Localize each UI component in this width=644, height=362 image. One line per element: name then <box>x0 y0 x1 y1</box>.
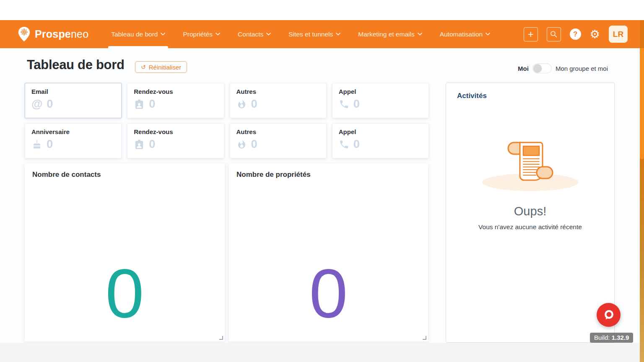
nav-item-proprietes[interactable]: Propriétés <box>183 20 220 48</box>
empty-state-message: Vous n'avez aucune activité récente <box>446 223 614 231</box>
stat-card-value: 0 <box>149 98 155 111</box>
contacts-count-value: 0 <box>106 259 144 328</box>
navbar-actions: + ? ⚙ LR <box>524 26 628 43</box>
stat-card-autres-2[interactable]: Autres 0 <box>230 123 327 158</box>
chat-button[interactable] <box>597 303 621 327</box>
bottom-strip <box>0 343 644 362</box>
stat-card-rendez-vous[interactable]: Rendez-vous 0 <box>127 83 224 118</box>
build-label: Build: <box>594 334 610 341</box>
brand-logo[interactable]: Prospeneo <box>18 26 88 42</box>
stat-card-title: Appel <box>339 88 422 95</box>
scope-toggle-group: Moi Mon groupe et moi <box>518 63 608 73</box>
stat-card-value: 0 <box>353 98 360 111</box>
chevron-down-icon <box>336 33 340 36</box>
stat-card-rendez-vous-2[interactable]: Rendez-vous 0 <box>127 123 224 158</box>
stat-card-value: 0 <box>251 138 257 151</box>
add-button[interactable]: + <box>524 27 538 41</box>
scroll-illustration <box>495 141 566 192</box>
chevron-down-icon <box>266 33 271 36</box>
cake-icon <box>31 139 42 150</box>
properties-count-panel: Nombre de propriétés 0 <box>229 163 428 341</box>
search-icon <box>550 31 557 38</box>
chevron-down-icon <box>161 33 165 36</box>
stat-card-autres[interactable]: Autres 0 <box>230 83 327 118</box>
stat-card-value: 0 <box>149 138 155 151</box>
nav-item-automatisation[interactable]: Automatisation <box>440 20 491 48</box>
question-mark-icon: ? <box>573 30 577 39</box>
help-button[interactable]: ? <box>570 28 581 40</box>
main-nav: Tableau de bord Propriétés Contacts Site… <box>111 20 490 48</box>
nav-item-label: Contacts <box>238 31 263 38</box>
nav-item-label: Propriétés <box>183 31 213 38</box>
user-avatar[interactable]: LR <box>609 26 628 43</box>
app-window: Prospeneo Tableau de bord Propriétés Con… <box>0 0 644 362</box>
empty-state-title: Oups! <box>446 204 614 218</box>
nav-item-label: Marketing et emails <box>358 31 414 38</box>
at-icon: @ <box>31 98 42 110</box>
page-scrollbar[interactable] <box>640 20 644 362</box>
nav-item-tableau-de-bord[interactable]: Tableau de bord <box>111 20 165 48</box>
build-version: 1.32.9 <box>612 334 629 341</box>
stat-card-value: 0 <box>353 138 360 151</box>
nav-item-contacts[interactable]: Contacts <box>238 20 271 48</box>
reset-button[interactable]: ↺ Réinitialiser <box>135 61 187 73</box>
stat-card-title: Autres <box>236 88 320 95</box>
page-title: Tableau de bord <box>27 57 125 72</box>
switch-knob[interactable] <box>533 64 542 72</box>
panel-title: Nombre de contacts <box>25 163 225 186</box>
scroll-document-icon <box>499 141 562 188</box>
chevron-down-icon <box>418 33 422 36</box>
phone-icon <box>339 99 349 109</box>
contacts-count-panel: Nombre de contacts 0 <box>25 163 225 341</box>
activities-empty-state: Oups! Vous n'avez aucune activité récent… <box>446 141 614 231</box>
resize-grip[interactable] <box>423 336 426 340</box>
stat-cards-grid: Email @ 0 Rendez-vous 0 <box>25 83 429 158</box>
plus-icon: + <box>528 29 534 39</box>
stat-card-appel[interactable]: Appel 0 <box>332 83 429 118</box>
stat-card-email[interactable]: Email @ 0 <box>25 83 122 118</box>
gear-icon: ⚙ <box>590 28 600 41</box>
flame-icon <box>236 139 247 150</box>
stat-card-title: Rendez-vous <box>134 128 217 135</box>
stat-card-title: Appel <box>339 128 422 135</box>
dashboard-content: Tableau de bord ↺ Réinitialiser Moi Mon … <box>0 48 644 343</box>
phone-icon <box>339 139 349 150</box>
nav-item-sites-et-tunnels[interactable]: Sites et tunnels <box>288 20 340 48</box>
scope-label-moi: Moi <box>518 65 529 72</box>
flame-icon <box>236 99 247 109</box>
build-badge: Build: 1.32.9 <box>590 333 633 343</box>
stat-card-appel-2[interactable]: Appel 0 <box>332 123 429 158</box>
panel-title: Nombre de propriétés <box>229 163 428 186</box>
stat-card-title: Anniversaire <box>31 128 115 135</box>
stat-card-title: Rendez-vous <box>134 88 217 95</box>
activities-panel: Activités <box>446 83 615 343</box>
top-navbar: Prospeneo Tableau de bord Propriétés Con… <box>0 20 644 48</box>
stat-card-value: 0 <box>47 98 53 111</box>
reset-icon: ↺ <box>141 64 146 70</box>
settings-button[interactable]: ⚙ <box>590 28 600 40</box>
scrollbar-thumb[interactable] <box>640 48 644 159</box>
search-button[interactable] <box>547 27 561 41</box>
stat-card-value: 0 <box>47 138 53 151</box>
nav-item-label: Automatisation <box>440 31 483 38</box>
stat-card-value: 0 <box>251 98 257 111</box>
scope-switch[interactable] <box>532 63 552 73</box>
stat-card-anniversaire[interactable]: Anniversaire 0 <box>25 123 122 158</box>
chat-bubble-icon <box>602 309 615 321</box>
id-badge-icon <box>134 99 145 110</box>
nav-item-marketing-et-emails[interactable]: Marketing et emails <box>358 20 422 48</box>
scope-label-groupe: Mon groupe et moi <box>556 65 608 72</box>
resize-grip[interactable] <box>219 336 223 340</box>
map-pin-gear-icon <box>18 26 31 42</box>
reset-button-label: Réinitialiser <box>149 64 182 71</box>
stat-card-title: Autres <box>236 128 320 135</box>
chevron-down-icon <box>216 33 220 36</box>
nav-item-label: Tableau de bord <box>111 31 158 38</box>
activities-title: Activités <box>446 83 614 109</box>
chevron-down-icon <box>486 33 490 36</box>
properties-count-value: 0 <box>309 259 348 328</box>
brand-name: Prospeneo <box>35 28 88 40</box>
stat-card-title: Email <box>31 88 115 95</box>
id-badge-icon <box>134 139 145 150</box>
nav-item-label: Sites et tunnels <box>288 31 333 38</box>
